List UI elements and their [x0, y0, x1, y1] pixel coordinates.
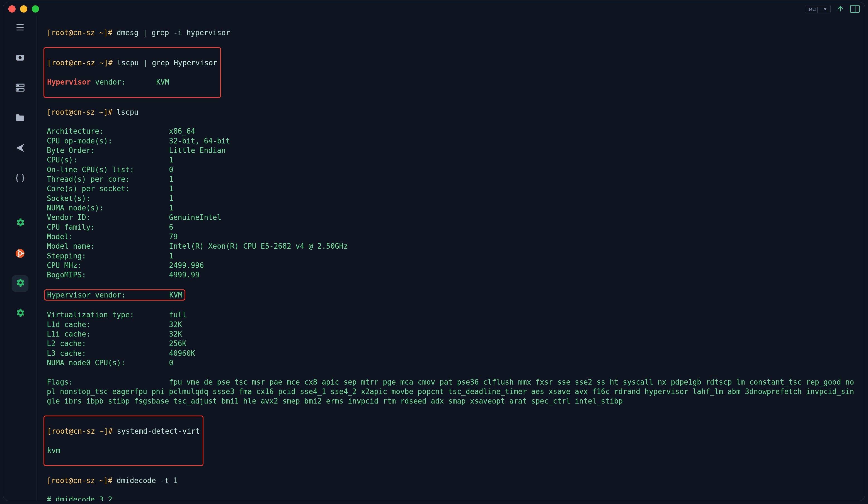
lscpu-key: CPU family:	[47, 222, 169, 232]
lscpu-key: L2 cache:	[47, 339, 169, 348]
lscpu-value: 32-bit, 64-bit	[169, 137, 230, 145]
gear-green-icon-3[interactable]	[12, 305, 29, 322]
lscpu-row: BogoMIPS:4999.99	[47, 270, 855, 280]
lscpu-output-after: Virtualization type:fullL1d cache:32KL1i…	[47, 310, 855, 367]
highlight-box-lscpu-grep: [root@cn-sz ~]# lscpu | grep Hypervisor …	[43, 47, 221, 98]
hv-match-rest: vendor: KVM	[91, 78, 169, 86]
prompt: [root@cn-sz ~]#	[47, 476, 112, 485]
lscpu-row: On-line CPU(s) list:0	[47, 165, 855, 174]
lscpu-key: L1d cache:	[47, 320, 169, 329]
camera-icon[interactable]	[12, 49, 29, 66]
lscpu-key: CPU MHz:	[47, 261, 169, 270]
lscpu-value: 1	[169, 204, 173, 212]
lscpu-row: L1i cache:32K	[47, 329, 855, 339]
zoom-button[interactable]	[32, 5, 39, 12]
lscpu-key: BogoMIPS:	[47, 270, 169, 280]
lscpu-row: Byte Order:Little Endian	[47, 146, 855, 155]
lscpu-value: 0	[169, 165, 173, 174]
share-icon[interactable]	[836, 4, 845, 14]
cmd-dmesg: dmesg | grep -i hypervisor	[116, 29, 230, 37]
lscpu-key: Stepping:	[47, 251, 169, 261]
lscpu-value: GenuineIntel	[169, 213, 221, 222]
profile-pill-label: eu| ▾	[809, 6, 827, 12]
lscpu-row: NUMA node0 CPU(s):0	[47, 358, 855, 367]
gear-green-icon-2[interactable]	[12, 275, 29, 292]
flags-line: Flags:fpu vme de pse tsc msr pae mce cx8…	[47, 377, 855, 406]
lscpu-key: NUMA node(s):	[47, 203, 169, 213]
lscpu-key: Model name:	[47, 241, 169, 251]
lscpu-value: 32K	[169, 320, 182, 329]
cmd-lscpu-grep: lscpu | grep Hypervisor	[117, 59, 217, 67]
braces-icon[interactable]	[12, 170, 29, 187]
lscpu-row: Thread(s) per core:1	[47, 174, 855, 184]
send-icon[interactable]	[12, 140, 29, 156]
lscpu-row: Stepping:1	[47, 251, 855, 261]
lscpu-key: CPU op-mode(s):	[47, 136, 169, 146]
prompt: [root@cn-sz ~]#	[47, 108, 112, 117]
lscpu-key: Thread(s) per core:	[47, 174, 169, 184]
minimize-button[interactable]	[20, 5, 27, 12]
lscpu-value: 1	[169, 156, 173, 164]
hv-vendor-value: KVM	[169, 291, 182, 299]
lscpu-value: x86_64	[169, 127, 195, 135]
lscpu-row: Socket(s):1	[47, 194, 855, 203]
server-icon[interactable]	[12, 79, 29, 96]
lscpu-key: On-line CPU(s) list:	[47, 165, 169, 174]
svg-point-1	[18, 56, 21, 59]
lscpu-row: L1d cache:32K	[47, 320, 855, 329]
lscpu-value: Intel(R) Xeon(R) CPU E5-2682 v4 @ 2.50GH…	[169, 242, 348, 250]
close-button[interactable]	[8, 5, 16, 12]
window-controls	[8, 5, 39, 12]
lscpu-key: Vendor ID:	[47, 213, 169, 222]
lscpu-value: 32K	[169, 330, 182, 338]
lscpu-key: L1i cache:	[47, 329, 169, 339]
titlebar: eu| ▾	[3, 2, 865, 16]
ubuntu-icon[interactable]	[12, 245, 29, 262]
menu-icon[interactable]	[12, 19, 29, 36]
lscpu-value: 1	[169, 175, 173, 183]
lscpu-row: Core(s) per socket:1	[47, 184, 855, 193]
lscpu-key: Byte Order:	[47, 146, 169, 155]
cmd-dmidecode: dmidecode -t 1	[116, 476, 177, 485]
lscpu-value: 0	[169, 359, 173, 367]
hv-match: Hypervisor	[47, 78, 91, 86]
lscpu-row: Model:79	[47, 232, 855, 241]
lscpu-value: 256K	[169, 339, 186, 348]
folder-icon[interactable]	[12, 109, 29, 126]
detect-virt-output: kvm	[47, 446, 200, 455]
lscpu-value: 4999.99	[169, 271, 199, 279]
lscpu-row: CPU(s):1	[47, 155, 855, 165]
lscpu-value: 1	[169, 184, 173, 193]
cmd-detect-virt: systemd-detect-virt	[117, 427, 199, 435]
lscpu-value: 6	[169, 223, 173, 231]
titlebar-actions: eu| ▾	[805, 4, 860, 14]
sidebar	[3, 16, 37, 501]
lscpu-row: Vendor ID:GenuineIntel	[47, 213, 855, 222]
lscpu-row: L3 cache:40960K	[47, 349, 855, 358]
lscpu-value: full	[169, 311, 186, 319]
lscpu-key: Core(s) per socket:	[47, 184, 169, 193]
lscpu-row: CPU op-mode(s):32-bit, 64-bit	[47, 136, 855, 146]
flags-label: Flags:	[47, 377, 169, 387]
prompt: [root@cn-sz ~]#	[47, 59, 113, 67]
prompt: [root@cn-sz ~]#	[47, 29, 112, 37]
lscpu-key: Virtualization type:	[47, 310, 169, 320]
lscpu-row: Virtualization type:full	[47, 310, 855, 320]
lscpu-output: Architecture:x86_64CPU op-mode(s):32-bit…	[47, 127, 855, 280]
highlight-box-hv-vendor: Hypervisor vendor:KVM	[47, 289, 855, 301]
lscpu-row: CPU MHz:2499.996	[47, 261, 855, 270]
lscpu-row: L2 cache:256K	[47, 339, 855, 348]
split-pane-icon[interactable]	[850, 5, 860, 13]
lscpu-row: Model name:Intel(R) Xeon(R) CPU E5-2682 …	[47, 241, 855, 251]
svg-point-9	[18, 250, 19, 251]
lscpu-value: Little Endian	[169, 146, 226, 154]
cmd-lscpu: lscpu	[116, 108, 138, 117]
lscpu-key: L3 cache:	[47, 349, 169, 358]
lscpu-value: 79	[169, 232, 177, 241]
gear-green-icon[interactable]	[12, 215, 29, 232]
lscpu-key: Socket(s):	[47, 194, 169, 203]
terminal-window: eu| ▾	[3, 2, 865, 501]
lscpu-row: Architecture:x86_64	[47, 127, 855, 136]
terminal-output[interactable]: [root@cn-sz ~]# dmesg | grep -i hypervis…	[37, 16, 865, 501]
profile-pill[interactable]: eu| ▾	[805, 5, 831, 13]
